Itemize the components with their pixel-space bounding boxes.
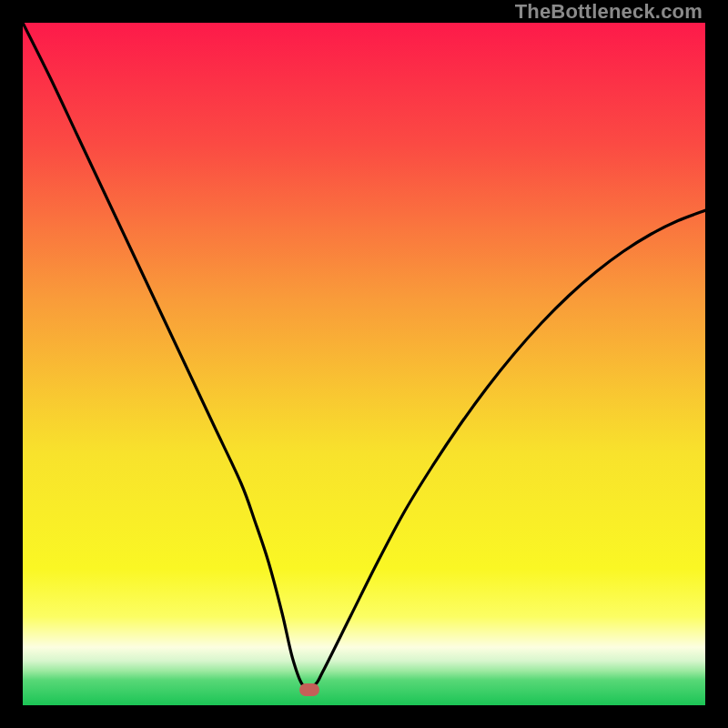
watermark-text: TheBottleneck.com — [515, 0, 703, 24]
chart-frame: TheBottleneck.com — [0, 0, 728, 728]
bottleneck-curve — [23, 23, 705, 705]
optimum-marker — [299, 683, 319, 696]
plot-area — [23, 23, 705, 705]
